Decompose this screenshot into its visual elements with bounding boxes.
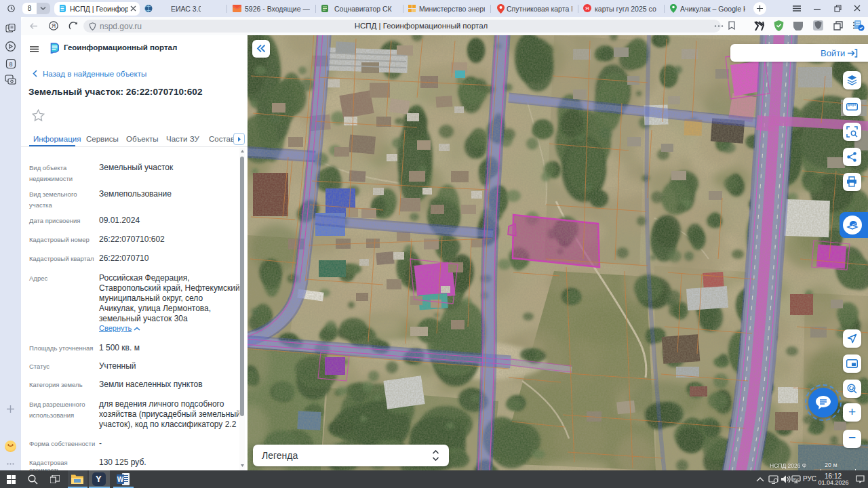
svg-text:Я: Я xyxy=(52,22,56,29)
svg-text:8: 8 xyxy=(9,61,12,68)
svg-text:Рус: Рус xyxy=(793,477,800,481)
svg-text:Я: Я xyxy=(585,5,589,12)
svg-text:W: W xyxy=(117,476,124,483)
